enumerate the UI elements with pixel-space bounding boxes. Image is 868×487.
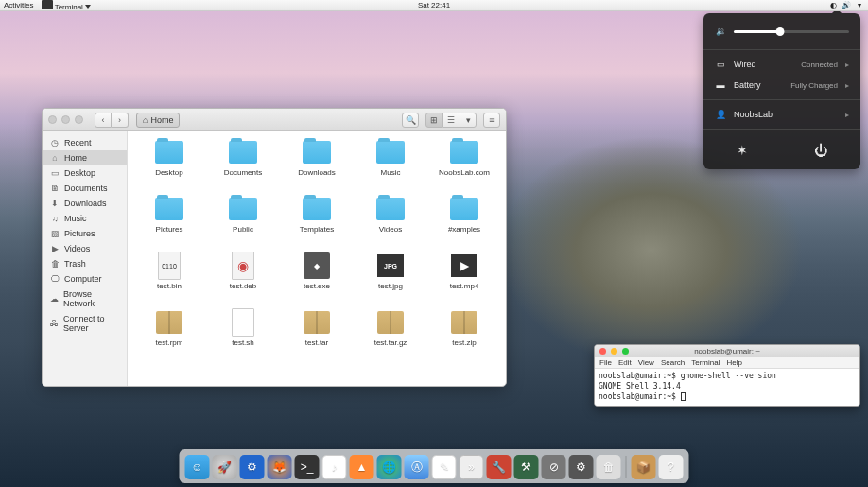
menu-search[interactable]: Search — [661, 358, 685, 367]
network-row[interactable]: ▭ Wired Connected ▸ — [703, 54, 860, 75]
app-menu[interactable]: Terminal — [42, 0, 91, 11]
view-dropdown-button[interactable]: ▾ — [460, 113, 477, 128]
dock-store[interactable]: Ⓐ — [405, 455, 429, 479]
view-icons-button[interactable]: ⊞ — [425, 113, 443, 128]
finder-icon: ☺ — [191, 461, 202, 474]
sidebar-item-home[interactable]: ⌂Home — [43, 150, 127, 165]
dock-help[interactable]: ? — [659, 455, 684, 479]
file-item[interactable]: test.tar.gz — [355, 309, 426, 362]
dock-term[interactable]: >_ — [295, 455, 320, 479]
trash-icon: 🗑 — [50, 259, 60, 269]
hamburger-menu-button[interactable]: ≡ — [483, 113, 500, 128]
pkg-icon — [303, 309, 331, 336]
dock-tweak[interactable]: ⚒ — [514, 455, 539, 479]
settings-button[interactable]: ✶ — [737, 143, 748, 158]
file-item[interactable]: Music — [355, 139, 426, 192]
sidebar-item-downloads[interactable]: ⬇Downloads — [43, 196, 127, 211]
fm-content[interactable]: DesktopDocumentsDownloadsMusicNoobsLab.c… — [128, 131, 506, 386]
dock-text[interactable]: ✎ — [432, 455, 457, 479]
sidebar-label: Trash — [64, 259, 86, 269]
volume-icon[interactable]: 🔊 — [842, 2, 851, 9]
view-list-button[interactable]: ☰ — [443, 113, 460, 128]
menu-view[interactable]: View — [638, 358, 654, 367]
minimize-button[interactable] — [61, 115, 70, 124]
sidebar-item-pictures[interactable]: ▧Pictures — [43, 226, 127, 241]
file-item[interactable]: Downloads — [281, 139, 353, 192]
dock-chev[interactable]: » — [460, 455, 484, 479]
clock[interactable]: Sat 22:41 — [418, 1, 450, 9]
file-item[interactable]: test.rpm — [133, 309, 205, 362]
sidebar-item-trash[interactable]: 🗑Trash — [43, 256, 127, 271]
file-label: test.bin — [157, 282, 182, 290]
file-item[interactable]: test.tar — [281, 309, 353, 362]
file-item[interactable]: Desktop — [133, 139, 205, 192]
file-item[interactable]: ◉test.deb — [207, 252, 279, 305]
search-button[interactable]: 🔍 — [402, 113, 419, 128]
file-item[interactable]: Templates — [281, 196, 353, 249]
dock-finder[interactable]: ☺ — [185, 455, 210, 479]
dock-ff[interactable]: 🦊 — [268, 455, 292, 479]
sidebar-item-connect-to-server[interactable]: 🖧Connect to Server — [43, 311, 127, 336]
sidebar-label: Connect to Server — [63, 314, 119, 333]
minimize-button[interactable] — [611, 348, 617, 355]
close-button[interactable] — [599, 348, 606, 355]
dock-globe[interactable]: 🌐 — [377, 455, 402, 479]
menu-help[interactable]: Help — [726, 358, 741, 367]
dock-trash[interactable]: 🗑 — [597, 455, 621, 479]
dock-sys[interactable]: ⚙ — [240, 455, 265, 479]
dock-music[interactable]: ♪ — [322, 455, 347, 479]
sidebar-item-documents[interactable]: 🗎Documents — [43, 181, 127, 196]
file-item[interactable]: NoobsLab.com — [428, 139, 500, 192]
file-label: test.exe — [304, 282, 330, 290]
battery-row[interactable]: ▬ Battery Fully Charged ▸ — [703, 75, 860, 96]
file-item[interactable]: Documents — [207, 139, 279, 192]
forward-button[interactable]: › — [112, 113, 129, 128]
sidebar-item-videos[interactable]: ▶Videos — [43, 241, 127, 256]
sidebar-item-computer[interactable]: 🖵Computer — [43, 271, 127, 287]
user-row[interactable]: 👤 NoobsLab ▸ — [703, 104, 860, 125]
file-item[interactable]: test.sh — [207, 309, 279, 362]
file-item[interactable]: ◆test.exe — [281, 252, 353, 305]
file-label: test.tar — [305, 339, 328, 347]
dock-box[interactable]: 📦 — [632, 455, 656, 479]
file-label: Pictures — [156, 225, 183, 234]
file-item[interactable]: JPGtest.jpg — [355, 252, 426, 305]
dock-vlc[interactable]: ▲ — [350, 455, 374, 479]
file-item[interactable]: ▶test.mp4 — [428, 252, 500, 305]
file-item[interactable]: 0110test.bin — [133, 252, 205, 305]
file-item[interactable]: Videos — [355, 196, 426, 249]
dock-tool[interactable]: 🔧 — [487, 455, 512, 479]
menu-file[interactable]: File — [599, 358, 612, 367]
sidebar-item-desktop[interactable]: ▭Desktop — [43, 165, 127, 181]
file-item[interactable]: test.zip — [428, 309, 500, 362]
maximize-button[interactable] — [622, 348, 629, 355]
file-item[interactable]: #xamples — [428, 196, 500, 249]
file-label: Music — [381, 168, 401, 177]
power-button[interactable]: ⏻ — [814, 143, 827, 158]
file-item[interactable]: Pictures — [133, 196, 205, 249]
file-item[interactable]: Public — [207, 196, 279, 249]
sidebar-item-recent[interactable]: ◷Recent — [43, 135, 127, 150]
activities-button[interactable]: Activities — [4, 1, 34, 9]
close-button[interactable] — [48, 115, 57, 124]
window-controls — [48, 115, 83, 124]
location-home[interactable]: ⌂Home — [136, 113, 180, 128]
menu-edit[interactable]: Edit — [618, 358, 632, 367]
pkg-icon — [155, 309, 183, 336]
sidebar-item-music[interactable]: ♫Music — [43, 211, 127, 226]
system-menu-toggle[interactable]: ▾ — [855, 2, 864, 9]
dock-launch[interactable]: 🚀 — [213, 455, 237, 479]
battery-icon: ▬ — [715, 80, 726, 90]
back-button[interactable]: ‹ — [95, 113, 112, 128]
file-manager-window: ‹ › ⌂Home 🔍 ⊞ ☰ ▾ ≡ ◷Recent⌂Home▭Desktop… — [42, 108, 507, 387]
dock-disk[interactable]: ⊘ — [542, 455, 566, 479]
mp4-icon: ▶ — [450, 252, 478, 279]
menu-terminal[interactable]: Terminal — [691, 358, 720, 367]
sidebar-item-browse-network[interactable]: ☁Browse Network — [43, 287, 127, 311]
maximize-button[interactable] — [75, 115, 83, 124]
dock-settings[interactable]: ⚙ — [569, 455, 594, 479]
volume-slider[interactable] — [734, 30, 849, 33]
terminal-output[interactable]: noobslab@umair:~$ gnome-shell --version … — [595, 369, 859, 406]
folder-icon — [155, 196, 183, 222]
accessibility-icon[interactable]: ◐ — [828, 2, 838, 9]
